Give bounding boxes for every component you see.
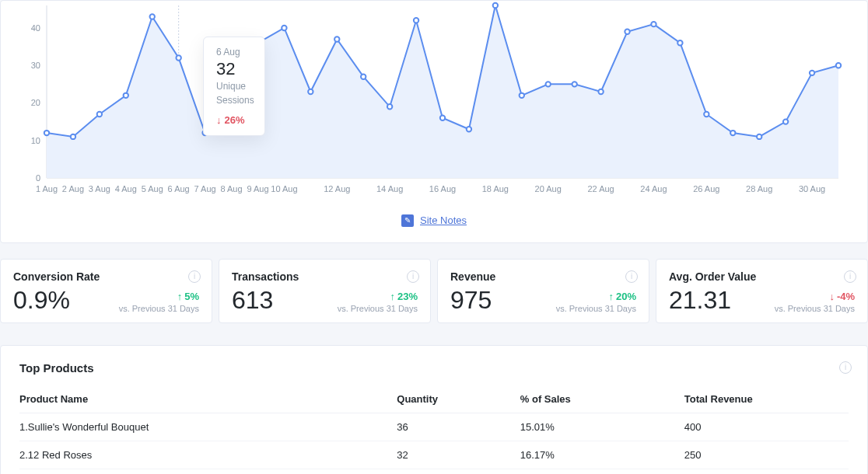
info-icon[interactable]: i [625, 270, 638, 283]
table-row[interactable]: 2.12 Red Roses3216.17%250 [19, 441, 849, 469]
svg-text:16 Aug: 16 Aug [429, 184, 456, 193]
svg-text:8 Aug: 8 Aug [220, 184, 242, 193]
svg-point-17 [282, 26, 286, 30]
site-notes-link[interactable]: ✎ Site Notes [401, 214, 467, 227]
svg-text:30: 30 [31, 61, 40, 70]
info-icon[interactable]: i [188, 270, 201, 283]
info-icon[interactable]: i [407, 270, 419, 283]
stat-delta: 20% [556, 291, 636, 302]
svg-text:2 Aug: 2 Aug [62, 184, 84, 193]
svg-point-13 [176, 55, 180, 60]
svg-point-11 [124, 93, 128, 98]
svg-point-33 [704, 112, 709, 117]
sessions-chart[interactable]: 0102030401 Aug2 Aug3 Aug4 Aug5 Aug6 Aug7… [16, 1, 852, 203]
tooltip-date: 6 Aug [216, 47, 252, 58]
svg-text:1 Aug: 1 Aug [36, 184, 58, 193]
svg-text:24 Aug: 24 Aug [640, 184, 667, 193]
sessions-chart-card: 0102030401 Aug2 Aug3 Aug4 Aug5 Aug6 Aug7… [0, 0, 868, 243]
svg-point-34 [730, 131, 735, 135]
svg-point-29 [598, 89, 603, 94]
note-icon: ✎ [401, 214, 414, 227]
stats-row: Conversion Ratei0.9%5%vs. Previous 31 Da… [0, 259, 868, 323]
svg-point-20 [361, 74, 366, 78]
svg-text:0: 0 [36, 173, 40, 183]
svg-text:20: 20 [31, 98, 40, 107]
svg-point-38 [836, 63, 841, 68]
row-quantity: 36 [397, 413, 520, 441]
svg-point-9 [71, 134, 75, 139]
tooltip-delta: 26% [216, 114, 252, 126]
row-product-name: Sullie's Wonderful Bouquet [28, 413, 397, 441]
stat-vs: vs. Previous 31 Days [556, 304, 636, 313]
svg-point-35 [757, 134, 761, 139]
svg-point-21 [387, 104, 392, 109]
col-product-name[interactable]: Product Name [19, 385, 397, 413]
svg-point-12 [150, 14, 155, 19]
stat-card: Avg. Order Valuei21.31-4%vs. Previous 31… [656, 259, 868, 323]
col-percent-sales[interactable]: % of Sales [520, 385, 684, 413]
row-quantity: 32 [397, 441, 520, 469]
svg-point-27 [546, 82, 551, 86]
row-percent-sales: 15.01% [520, 413, 684, 441]
site-notes-label[interactable]: Site Notes [420, 214, 467, 226]
tooltip-metric-line1: Unique [216, 81, 252, 93]
svg-point-24 [467, 127, 471, 131]
col-quantity[interactable]: Quantity [397, 385, 520, 413]
stat-title: Revenue [450, 270, 636, 283]
svg-text:12 Aug: 12 Aug [324, 184, 350, 193]
svg-text:30 Aug: 30 Aug [799, 184, 825, 193]
top-products-table: Product Name Quantity % of Sales Total R… [19, 385, 849, 475]
svg-point-25 [493, 3, 498, 8]
svg-point-28 [572, 82, 576, 86]
svg-text:40: 40 [31, 23, 40, 33]
svg-text:7 Aug: 7 Aug [194, 184, 216, 193]
tooltip-value: 32 [216, 59, 252, 79]
row-index: 2. [19, 441, 28, 469]
table-row[interactable]: 3.Bunch of Wildflowers2313.09%225 [19, 469, 849, 474]
svg-text:10 Aug: 10 Aug [271, 184, 297, 193]
svg-point-8 [44, 131, 49, 135]
svg-point-10 [97, 112, 102, 117]
stat-vs: vs. Previous 31 Days [775, 304, 855, 313]
top-products-card: Top Products i Product Name Quantity % o… [0, 345, 868, 475]
row-product-name: 12 Red Roses [28, 441, 397, 469]
stat-card: Transactionsi61323%vs. Previous 31 Days [219, 259, 431, 323]
svg-point-30 [625, 30, 629, 34]
row-quantity: 23 [397, 469, 520, 474]
tooltip-metric-line2: Sessions [216, 95, 252, 107]
row-product-name: Bunch of Wildflowers [28, 469, 397, 474]
svg-text:10: 10 [31, 136, 40, 145]
svg-point-22 [414, 18, 418, 23]
svg-point-19 [334, 37, 339, 41]
row-index: 3. [19, 469, 28, 474]
row-total-revenue: 250 [684, 441, 849, 469]
stat-delta: 23% [338, 291, 418, 302]
stat-title: Avg. Order Value [669, 270, 855, 283]
row-percent-sales: 16.17% [520, 441, 684, 469]
stat-vs: vs. Previous 31 Days [119, 304, 199, 313]
svg-point-37 [810, 71, 814, 75]
svg-text:20 Aug: 20 Aug [535, 184, 562, 193]
row-index: 1. [19, 413, 28, 441]
svg-text:9 Aug: 9 Aug [247, 184, 268, 193]
table-row[interactable]: 1.Sullie's Wonderful Bouquet3615.01%400 [19, 413, 849, 441]
svg-point-23 [440, 116, 445, 120]
svg-text:22 Aug: 22 Aug [587, 184, 614, 193]
svg-text:5 Aug: 5 Aug [142, 184, 163, 193]
row-total-revenue: 225 [684, 469, 849, 474]
stat-card: Revenuei97520%vs. Previous 31 Days [437, 259, 649, 323]
info-icon[interactable]: i [844, 270, 856, 283]
info-icon[interactable]: i [839, 361, 852, 374]
row-percent-sales: 13.09% [520, 469, 684, 474]
svg-text:18 Aug: 18 Aug [482, 184, 509, 193]
stat-delta: -4% [775, 291, 855, 302]
svg-point-31 [651, 22, 656, 26]
stat-delta: 5% [119, 291, 199, 302]
stat-title: Conversion Rate [13, 270, 199, 283]
stat-title: Transactions [232, 270, 418, 283]
svg-text:4 Aug: 4 Aug [115, 184, 137, 193]
svg-point-26 [520, 93, 524, 98]
col-total-revenue[interactable]: Total Revenue [684, 385, 849, 413]
stat-vs: vs. Previous 31 Days [338, 304, 418, 313]
svg-text:3 Aug: 3 Aug [89, 184, 110, 193]
